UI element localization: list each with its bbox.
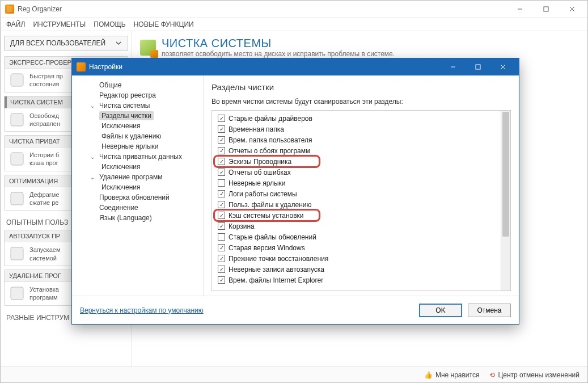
tree-item[interactable]: ⌄Чистка приватных данных bbox=[74, 151, 201, 162]
checkbox[interactable] bbox=[218, 136, 225, 144]
check-row[interactable]: Логи работы системы bbox=[217, 188, 496, 199]
check-label: Временная папка bbox=[229, 125, 284, 133]
tree-item-label: Исключения bbox=[99, 121, 143, 131]
scrollbar-thumb[interactable] bbox=[502, 112, 509, 237]
svg-rect-4 bbox=[11, 74, 23, 86]
checkbox[interactable] bbox=[218, 158, 225, 165]
check-label: Корзина bbox=[229, 222, 255, 230]
check-row[interactable]: Неверные ярлыки bbox=[217, 178, 496, 188]
check-label: Старые файлы драйверов bbox=[229, 115, 312, 123]
check-row[interactable]: Врем. файлы Internet Explorer bbox=[217, 275, 496, 285]
tree-item-label: Соединение bbox=[97, 203, 141, 212]
check-row[interactable]: Прежние точки восстановления bbox=[217, 253, 496, 264]
sidebar-section-icon bbox=[9, 191, 25, 207]
checkbox[interactable] bbox=[218, 212, 225, 219]
checkbox[interactable] bbox=[218, 266, 225, 273]
settings-minimize-button[interactable] bbox=[441, 58, 466, 75]
check-label: Врем. файлы Internet Explorer bbox=[229, 276, 323, 284]
check-row[interactable]: Старая версия Windows bbox=[217, 242, 496, 253]
check-label: Польз. файлы к удалению bbox=[229, 201, 312, 209]
tree-twisty-icon: ⌄ bbox=[89, 103, 96, 109]
tree-item[interactable]: Исключения bbox=[74, 162, 201, 172]
checkbox[interactable] bbox=[218, 255, 225, 262]
close-button[interactable] bbox=[559, 1, 585, 18]
tree-item[interactable]: Файлы к удалению bbox=[74, 131, 201, 141]
settings-maximize-button[interactable] bbox=[466, 58, 490, 75]
check-row[interactable]: Старые файлы обновлений bbox=[217, 232, 496, 242]
scrollbar[interactable] bbox=[501, 111, 510, 291]
check-row[interactable]: Корзина bbox=[217, 221, 496, 232]
cleanup-icon bbox=[140, 40, 156, 56]
check-list[interactable]: Старые файлы драйверовВременная папкаВре… bbox=[212, 111, 501, 291]
settings-close-button[interactable] bbox=[490, 58, 515, 75]
check-label: Неверные записи автозапуска bbox=[229, 266, 324, 273]
checkbox[interactable] bbox=[218, 147, 225, 154]
cancel-button[interactable]: Отмена bbox=[468, 304, 511, 317]
tree-item[interactable]: Исключения bbox=[74, 182, 201, 192]
tree-item-label: Удаление программ bbox=[97, 172, 164, 182]
ok-button[interactable]: OK bbox=[419, 304, 462, 317]
settings-tree[interactable]: ОбщиеРедактор реестра⌄Чистка системыРазд… bbox=[72, 75, 204, 296]
tree-item[interactable]: Проверка обновлений bbox=[74, 192, 201, 203]
content-header: ЧИСТКА СИСТЕМЫ позволяет освободить мест… bbox=[140, 37, 579, 58]
tree-item[interactable]: Редактор реестра bbox=[74, 90, 201, 100]
svg-rect-7 bbox=[11, 192, 23, 205]
check-label: Старая версия Windows bbox=[229, 244, 305, 252]
scope-label: ДЛЯ ВСЕХ ПОЛЬЗОВАТЕЛЕЙ bbox=[10, 39, 105, 47]
tree-item-label: Чистка системы bbox=[97, 101, 152, 110]
menu-file[interactable]: ФАЙЛ bbox=[6, 20, 25, 28]
check-row[interactable]: Временная папка bbox=[217, 124, 496, 134]
checkbox[interactable] bbox=[218, 179, 225, 187]
check-row[interactable]: Польз. файлы к удалению bbox=[217, 199, 496, 210]
check-row[interactable]: Старые файлы драйверов bbox=[217, 113, 496, 124]
menu-tools[interactable]: ИНСТРУМЕНТЫ bbox=[33, 20, 86, 28]
tree-item-label: Исключения bbox=[99, 162, 143, 171]
menu-new[interactable]: НОВЫЕ ФУНКЦИИ bbox=[134, 20, 194, 28]
checkbox[interactable] bbox=[218, 125, 225, 133]
tree-item[interactable]: ⌄Чистка системы bbox=[74, 100, 201, 111]
check-label: Отчеты об ошибках bbox=[229, 169, 291, 176]
check-row[interactable]: Отчеты о сбоях программ bbox=[217, 145, 496, 156]
tree-item[interactable]: ⌄Удаление программ bbox=[74, 172, 201, 182]
tree-item[interactable]: Разделы чистки bbox=[74, 111, 201, 121]
tree-item[interactable]: Исключения bbox=[74, 121, 201, 131]
check-row[interactable]: Кэш системы установки bbox=[217, 210, 496, 221]
minimize-button[interactable] bbox=[507, 1, 533, 18]
checkbox[interactable] bbox=[218, 169, 225, 176]
thumb-up-icon: 👍 bbox=[424, 371, 433, 379]
check-label: Кэш системы установки bbox=[229, 212, 304, 220]
reset-defaults-link[interactable]: Вернуться к настройкам по умолчанию bbox=[80, 306, 204, 314]
sidebar-line1: Установка bbox=[29, 285, 59, 293]
menu-bar: ФАЙЛ ИНСТРУМЕНТЫ ПОМОЩЬ НОВЫЕ ФУНКЦИИ bbox=[1, 18, 587, 31]
undo-center-button[interactable]: ⟲ Центр отмены изменений bbox=[489, 371, 579, 379]
app-icon bbox=[5, 5, 14, 14]
check-row[interactable]: Отчеты об ошибках bbox=[217, 167, 496, 178]
checkbox[interactable] bbox=[218, 244, 225, 251]
menu-help[interactable]: ПОМОЩЬ bbox=[94, 20, 125, 28]
check-row[interactable]: Врем. папка пользователя bbox=[217, 134, 496, 145]
sidebar-section-icon bbox=[9, 285, 25, 301]
sidebar-section-icon bbox=[9, 246, 25, 262]
tree-item[interactable]: Язык (Language) bbox=[74, 213, 201, 223]
check-row[interactable]: Неверные записи автозапуска bbox=[217, 264, 496, 275]
tree-item[interactable]: Общие bbox=[74, 80, 201, 90]
checkbox[interactable] bbox=[218, 276, 225, 284]
maximize-button[interactable] bbox=[533, 1, 559, 18]
tree-item[interactable]: Неверные ярлыки bbox=[74, 141, 201, 151]
checkbox[interactable] bbox=[218, 222, 225, 230]
check-label: Старые файлы обновлений bbox=[229, 233, 316, 241]
checkbox[interactable] bbox=[218, 233, 225, 241]
check-row[interactable]: Эскизы Проводника bbox=[217, 156, 496, 167]
window-controls bbox=[507, 1, 585, 18]
like-button[interactable]: 👍 Мне нравится bbox=[424, 371, 480, 379]
checkbox[interactable] bbox=[218, 115, 225, 122]
page-subtitle: позволяет освободить место на дисках и и… bbox=[162, 50, 395, 58]
tree-item-label: Файлы к удалению bbox=[99, 132, 163, 141]
svg-rect-8 bbox=[11, 247, 23, 260]
sidebar-line2: кэша прог bbox=[29, 159, 59, 167]
checkbox[interactable] bbox=[218, 201, 225, 208]
scope-dropdown[interactable]: ДЛЯ ВСЕХ ПОЛЬЗОВАТЕЛЕЙ bbox=[4, 36, 128, 50]
check-list-box: Старые файлы драйверовВременная папкаВре… bbox=[211, 110, 511, 291]
checkbox[interactable] bbox=[218, 190, 225, 197]
tree-item[interactable]: Соединение bbox=[74, 203, 201, 213]
